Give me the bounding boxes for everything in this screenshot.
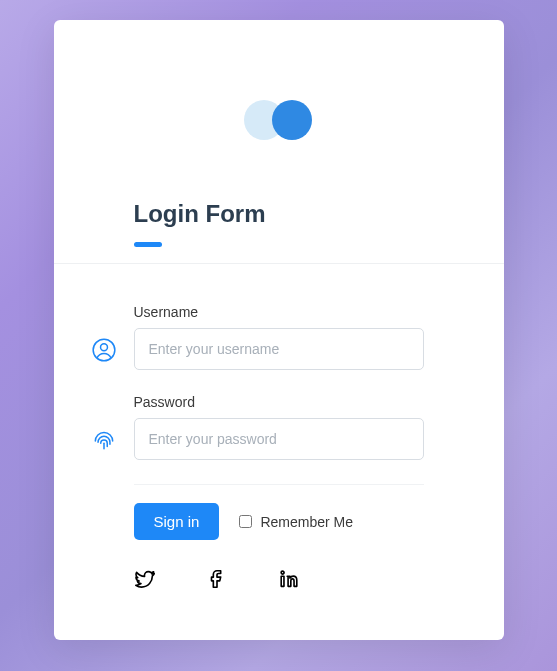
linkedin-icon[interactable]: [278, 568, 300, 590]
password-row: Password: [134, 394, 424, 460]
title-area: Login Form: [54, 200, 504, 263]
facebook-icon[interactable]: [206, 568, 228, 590]
username-row: Username: [134, 304, 424, 370]
svg-point-1: [100, 344, 107, 351]
user-icon: [90, 336, 118, 364]
svg-point-0: [93, 339, 115, 361]
remember-me[interactable]: Remember Me: [239, 514, 353, 530]
logo: [244, 100, 314, 140]
logo-area: [54, 20, 504, 200]
signin-button[interactable]: Sign in: [134, 503, 220, 540]
username-label: Username: [134, 304, 424, 320]
svg-point-2: [281, 571, 284, 574]
password-label: Password: [134, 394, 424, 410]
logo-circle-dark: [272, 100, 312, 140]
login-card: Login Form Username: [54, 20, 504, 640]
remember-label: Remember Me: [260, 514, 353, 530]
fingerprint-icon: [90, 426, 118, 454]
action-row: Sign in Remember Me: [134, 503, 424, 540]
password-input[interactable]: [134, 418, 424, 460]
form-title: Login Form: [134, 200, 424, 228]
twitter-icon[interactable]: [134, 568, 156, 590]
social-row: [134, 568, 424, 590]
form-divider: [134, 484, 424, 485]
username-input[interactable]: [134, 328, 424, 370]
title-underline: [134, 242, 162, 247]
remember-checkbox[interactable]: [239, 515, 252, 528]
form-area: Username Password Sign in Remember Me: [54, 264, 504, 640]
